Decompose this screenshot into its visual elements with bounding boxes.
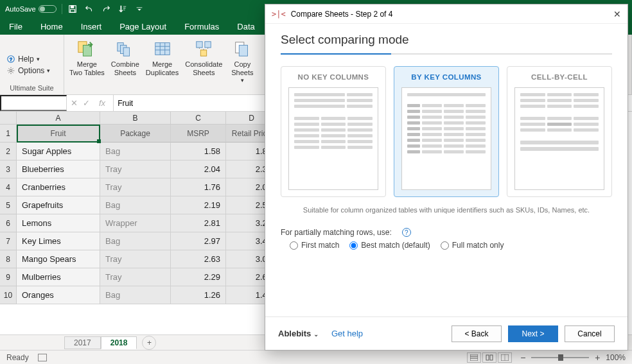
cell[interactable]: Sugar Apples bbox=[17, 143, 100, 160]
cell[interactable]: Grapefruits bbox=[17, 196, 100, 214]
cell[interactable]: Bag bbox=[100, 286, 171, 304]
row-header-10[interactable]: 10 bbox=[0, 286, 17, 304]
cell[interactable]: Tray bbox=[100, 160, 171, 178]
menu-page-layout[interactable]: Page Layout bbox=[110, 18, 175, 35]
row-header-1[interactable]: 1 bbox=[0, 125, 17, 143]
cell[interactable]: 2.63 bbox=[171, 250, 226, 268]
col-header-B[interactable]: B bbox=[100, 112, 171, 125]
menu-insert[interactable]: Insert bbox=[72, 18, 111, 35]
cell[interactable]: Tray bbox=[100, 178, 171, 196]
cell[interactable]: Lemons bbox=[17, 214, 100, 232]
svg-text:?: ? bbox=[10, 56, 12, 61]
zoom-in-button[interactable]: + bbox=[593, 352, 602, 363]
redo-icon[interactable] bbox=[101, 4, 111, 14]
menu-formulas[interactable]: Formulas bbox=[175, 18, 228, 35]
add-sheet-button[interactable]: + bbox=[142, 336, 156, 350]
cancel-button[interactable]: Cancel bbox=[565, 325, 615, 342]
table-header-B[interactable]: Package bbox=[100, 125, 171, 143]
cell[interactable]: Cranberries bbox=[17, 178, 100, 196]
undo-icon[interactable] bbox=[84, 4, 94, 14]
row-header-9[interactable]: 9 bbox=[0, 268, 17, 286]
cell[interactable]: Bag bbox=[100, 143, 171, 160]
autosave[interactable]: AutoSave bbox=[5, 5, 57, 13]
enter-formula-icon[interactable]: ✓ bbox=[83, 98, 90, 108]
mode-cell-by-cell[interactable]: CELL-BY-CELL bbox=[507, 66, 612, 197]
mode-no-key-columns[interactable]: NO KEY COLUMNS bbox=[281, 66, 386, 197]
sheet-tab-2018[interactable]: 2018 bbox=[101, 336, 137, 349]
sheet-tab-2017[interactable]: 2017 bbox=[64, 336, 101, 349]
cell[interactable]: Mango Spears bbox=[17, 250, 100, 268]
zoom-slider[interactable] bbox=[531, 357, 589, 358]
options-button[interactable]: Options ▾ bbox=[6, 66, 64, 75]
table-header-A[interactable]: Fruit bbox=[17, 125, 100, 143]
name-box[interactable] bbox=[0, 95, 67, 111]
cell[interactable]: Mulberries bbox=[17, 268, 100, 286]
ablebits-brand[interactable]: Ablebits ⌄ bbox=[278, 329, 319, 338]
cell[interactable]: 1.26 bbox=[171, 286, 226, 304]
row-header-2[interactable]: 2 bbox=[0, 143, 17, 160]
row-header-3[interactable]: 3 bbox=[0, 160, 17, 178]
row-header-4[interactable]: 4 bbox=[0, 178, 17, 196]
row-header-6[interactable]: 6 bbox=[0, 214, 17, 232]
combine-sheets-button[interactable]: Combine Sheets bbox=[109, 37, 142, 85]
cell[interactable]: Wrapper bbox=[100, 214, 171, 232]
zoom-out-button[interactable]: − bbox=[518, 352, 527, 363]
cell[interactable]: 2.04 bbox=[171, 160, 226, 178]
sort-icon[interactable] bbox=[118, 4, 128, 14]
mode-by-key-columns[interactable]: BY KEY COLUMNS bbox=[394, 66, 499, 197]
cell[interactable]: Blueberries bbox=[17, 160, 100, 178]
row-header-7[interactable]: 7 bbox=[0, 232, 17, 250]
col-header-A[interactable]: A bbox=[17, 112, 100, 125]
macro-record-icon[interactable] bbox=[38, 354, 47, 361]
zoom-value[interactable]: 100% bbox=[606, 353, 626, 362]
cell[interactable]: 1.58 bbox=[171, 143, 226, 160]
cancel-formula-icon[interactable]: ✕ bbox=[71, 98, 78, 108]
view-page-break-icon[interactable] bbox=[498, 352, 512, 363]
cell[interactable]: Bag bbox=[100, 232, 171, 250]
cell[interactable]: Oranges bbox=[17, 286, 100, 304]
back-button[interactable]: < Back bbox=[452, 325, 502, 342]
cell[interactable]: 1.76 bbox=[171, 178, 226, 196]
row-header-5[interactable]: 5 bbox=[0, 196, 17, 214]
radio-first-match[interactable]: First match bbox=[290, 241, 339, 250]
view-normal-icon[interactable] bbox=[467, 352, 481, 363]
cell[interactable]: 2.19 bbox=[171, 196, 226, 214]
cell[interactable]: 2.29 bbox=[171, 268, 226, 286]
menu-data[interactable]: Data bbox=[228, 18, 263, 35]
close-icon[interactable]: ✕ bbox=[613, 9, 621, 19]
qat-dropdown-icon[interactable] bbox=[134, 4, 145, 14]
cell[interactable]: 2.97 bbox=[171, 232, 226, 250]
cell[interactable]: Bag bbox=[100, 196, 171, 214]
get-help-link[interactable]: Get help bbox=[331, 329, 363, 338]
cell[interactable]: Tray bbox=[100, 250, 171, 268]
dialog-heading: Select comparing mode bbox=[281, 33, 612, 53]
col-header-C[interactable]: C bbox=[171, 112, 226, 125]
cell[interactable]: Tray bbox=[100, 268, 171, 286]
menu-file[interactable]: File bbox=[0, 18, 31, 35]
copy-sheets-button[interactable]: Copy Sheets ▾ bbox=[226, 37, 258, 85]
radio-full-match[interactable]: Full match only bbox=[441, 241, 504, 250]
help-button[interactable]: ? Help ▾ bbox=[6, 55, 64, 64]
table-header-C[interactable]: MSRP bbox=[171, 125, 226, 143]
menu-home[interactable]: Home bbox=[31, 18, 72, 35]
svg-rect-20 bbox=[240, 45, 248, 56]
consolidate-sheets-button[interactable]: Consolidate Sheets bbox=[182, 37, 225, 85]
svg-point-5 bbox=[10, 69, 12, 72]
view-page-layout-icon[interactable] bbox=[482, 352, 496, 363]
fx-icon[interactable]: fx bbox=[95, 98, 109, 108]
merge-duplicates-button[interactable]: Merge Duplicates bbox=[143, 37, 181, 85]
suite-label: Ultimate Suite bbox=[0, 84, 64, 93]
cell[interactable]: Key Limes bbox=[17, 232, 100, 250]
autosave-toggle[interactable] bbox=[39, 5, 57, 13]
row-header-8[interactable]: 8 bbox=[0, 250, 17, 268]
next-button[interactable]: Next > bbox=[508, 325, 558, 342]
merge-two-tables-button[interactable]: Merge Two Tables bbox=[67, 37, 107, 85]
copy-sheets-label: Copy Sheets bbox=[231, 60, 253, 77]
cell[interactable]: 2.81 bbox=[171, 214, 226, 232]
svg-rect-1 bbox=[71, 6, 73, 8]
help-icon[interactable]: ? bbox=[402, 228, 411, 237]
radio-best-match[interactable]: Best match (default) bbox=[349, 241, 430, 250]
save-icon[interactable] bbox=[67, 4, 78, 14]
combine-sheets-label: Combine Sheets bbox=[111, 60, 139, 77]
select-all-corner[interactable] bbox=[0, 112, 17, 125]
